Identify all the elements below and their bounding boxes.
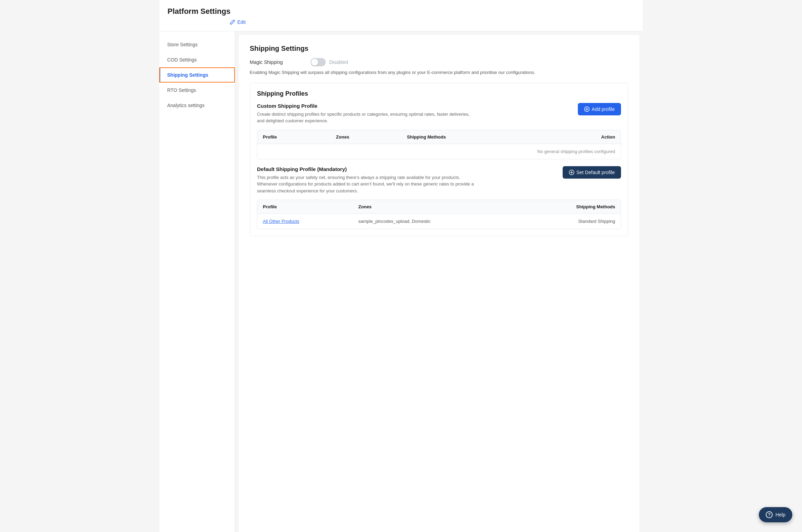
custom-table-header-row: Profile Zones Shipping Methods Action	[257, 130, 621, 144]
col-profile: Profile	[257, 130, 331, 144]
custom-profile-title: Custom Shipping Profile	[257, 103, 478, 109]
sidebar-item-analytics-settings[interactable]: Analytics settings	[159, 98, 235, 113]
page-header: Platform Settings Edit	[159, 0, 643, 31]
magic-shipping-toggle[interactable]	[311, 58, 326, 66]
all-other-products-link[interactable]: All Other Products	[263, 219, 299, 224]
default-profile-description: This profile acts as your safety net, en…	[257, 174, 478, 194]
sidebar-item-store-settings[interactable]: Store Settings	[159, 37, 235, 52]
sidebar-item-cod-settings[interactable]: COD Settings	[159, 52, 235, 67]
plus-circle-icon	[584, 106, 590, 112]
toggle-wrapper: Disabled	[311, 58, 348, 66]
set-default-profile-button[interactable]: Set Default profile	[563, 166, 621, 179]
toggle-knob	[311, 59, 318, 66]
magic-shipping-row: Magic Shipping Disabled	[250, 58, 628, 66]
custom-table-empty-row: No general shipping profiles configured	[257, 144, 621, 159]
custom-profile-description: Create distinct shipping profiles for sp…	[257, 111, 478, 124]
default-profile-table: Profile Zones Shipping Methods All Other…	[257, 200, 621, 229]
set-default-plus-icon	[569, 170, 574, 175]
content-layout: Store Settings COD Settings Shipping Set…	[159, 31, 643, 532]
table-row: All Other Products sample_pincodes_uploa…	[257, 214, 621, 229]
help-label: Help	[775, 512, 785, 517]
shipping-methods-cell: Standard Shipping	[520, 214, 621, 229]
col-action: Action	[547, 130, 621, 144]
default-profile-header: Default Shipping Profile (Mandatory) Thi…	[257, 166, 621, 194]
shipping-settings-title: Shipping Settings	[250, 45, 628, 53]
add-profile-button[interactable]: Add profile	[578, 103, 621, 115]
default-col-shipping-methods: Shipping Methods	[520, 200, 621, 214]
sidebar: Store Settings COD Settings Shipping Set…	[159, 31, 235, 532]
default-col-profile: Profile	[257, 200, 353, 214]
sidebar-item-rto-settings[interactable]: RTO Settings	[159, 83, 235, 98]
custom-profile-table-wrapper: Profile Zones Shipping Methods Action No…	[257, 130, 621, 159]
col-shipping-methods: Shipping Methods	[401, 130, 547, 144]
default-col-zones: Zones	[353, 200, 520, 214]
help-icon: ?	[766, 511, 773, 518]
shipping-profiles-title: Shipping Profiles	[257, 90, 621, 97]
default-profile-title: Default Shipping Profile (Mandatory)	[257, 166, 478, 172]
default-table-header-row: Profile Zones Shipping Methods	[257, 200, 621, 214]
col-zones: Zones	[331, 130, 401, 144]
magic-shipping-description: Enabling Magic Shipping will surpass all…	[250, 69, 628, 76]
default-profile-table-wrapper: Profile Zones Shipping Methods All Other…	[257, 200, 621, 229]
profile-cell: All Other Products	[257, 214, 353, 229]
default-profile-section: Default Shipping Profile (Mandatory) Thi…	[257, 166, 621, 229]
zones-cell: sample_pincodes_upload, Domestic	[353, 214, 520, 229]
edit-button[interactable]: Edit	[230, 19, 246, 25]
edit-row: Edit	[168, 16, 634, 27]
default-profile-text: Default Shipping Profile (Mandatory) Thi…	[257, 166, 478, 194]
edit-icon	[230, 19, 235, 25]
sidebar-item-shipping-settings[interactable]: Shipping Settings	[159, 67, 235, 83]
main-content: Shipping Settings Magic Shipping Disable…	[239, 35, 639, 532]
custom-profile-text: Custom Shipping Profile Create distinct …	[257, 103, 478, 124]
help-button[interactable]: ? Help	[759, 507, 792, 522]
page-wrapper: Platform Settings Edit Store Settings CO…	[159, 0, 643, 532]
custom-profile-header: Custom Shipping Profile Create distinct …	[257, 103, 621, 124]
page-title: Platform Settings	[168, 7, 634, 16]
profiles-card: Shipping Profiles Custom Shipping Profil…	[250, 83, 628, 237]
magic-shipping-status: Disabled	[329, 59, 348, 65]
custom-table-empty-message: No general shipping profiles configured	[257, 144, 621, 159]
magic-shipping-label: Magic Shipping	[250, 59, 305, 65]
custom-profile-table: Profile Zones Shipping Methods Action No…	[257, 130, 621, 159]
